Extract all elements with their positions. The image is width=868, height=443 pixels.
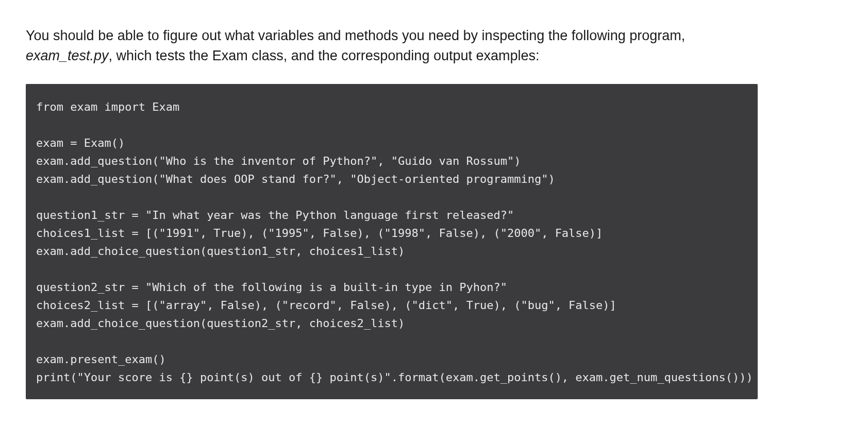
intro-text-after: , which tests the Exam class, and the co… bbox=[109, 48, 540, 63]
intro-text-before: You should be able to figure out what va… bbox=[26, 28, 685, 43]
code-block: from exam import Exam exam = Exam() exam… bbox=[26, 84, 758, 399]
intro-filename: exam_test.py bbox=[26, 48, 109, 63]
intro-paragraph: You should be able to figure out what va… bbox=[26, 26, 706, 66]
code-content: from exam import Exam exam = Exam() exam… bbox=[36, 100, 753, 384]
